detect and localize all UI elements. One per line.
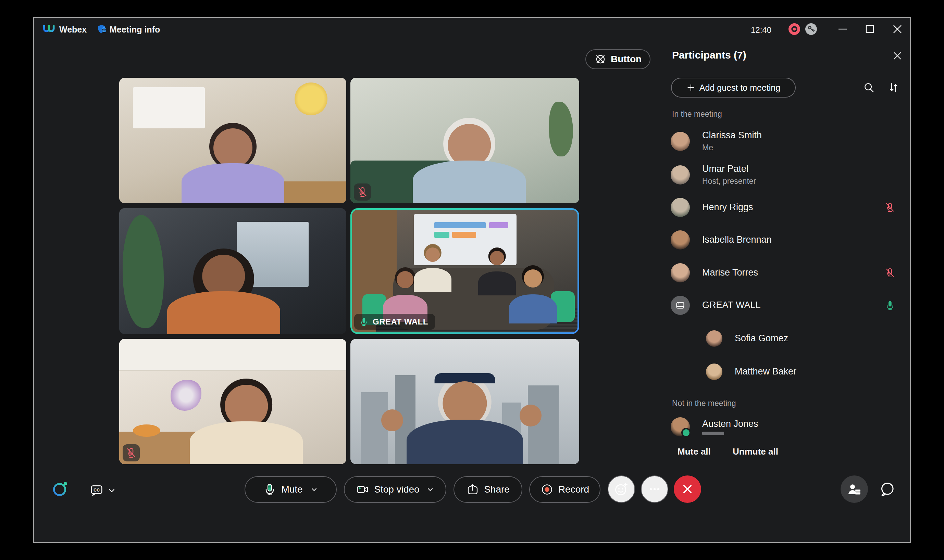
cc-chevron-down-icon[interactable] — [106, 485, 117, 495]
participant-row-austen[interactable]: Austen Jones — [671, 413, 912, 440]
screen-bar — [434, 222, 486, 228]
active-tile-label: GREAT WALL — [354, 314, 435, 330]
webex-meeting-window: Webex Meeting info 12:40 — [33, 17, 911, 543]
cc-text: CC — [94, 488, 100, 492]
torso — [413, 160, 526, 203]
stage-button[interactable]: Button — [585, 49, 651, 69]
pendant-lamp-decoration — [295, 83, 327, 115]
participant-row-henry[interactable]: Henry Riggs — [671, 191, 912, 223]
avatar — [671, 263, 690, 282]
close-panel-button[interactable] — [892, 50, 903, 62]
clipped-subtitle — [702, 432, 724, 435]
participant-row-isabella[interactable]: Isabella Brennan — [671, 223, 912, 256]
fruit-bowl-decoration — [133, 425, 160, 437]
mute-all-button[interactable]: Mute all — [677, 446, 711, 457]
video-tile-1[interactable] — [119, 78, 346, 203]
leave-meeting-button[interactable] — [674, 475, 701, 503]
mic-on-icon — [359, 317, 369, 326]
stop-video-label: Stop video — [374, 484, 419, 495]
minimize-button[interactable] — [833, 20, 852, 38]
participant-subtitle: Host, presenter — [702, 177, 756, 186]
mute-button[interactable]: Mute — [245, 476, 337, 503]
avatar — [706, 363, 722, 380]
video-tile-6[interactable] — [350, 339, 579, 464]
meeting-info-label[interactable]: Meeting info — [110, 25, 160, 35]
avatar — [671, 198, 690, 217]
webex-logo-icon — [42, 24, 56, 35]
add-guest-button[interactable]: Add guest to meeting — [671, 78, 796, 98]
desk-decoration — [278, 182, 346, 203]
torso — [167, 291, 280, 334]
person-silhouette — [190, 378, 303, 464]
participant-name: Clarissa Smith — [702, 130, 762, 141]
maximize-button[interactable] — [861, 20, 879, 38]
plus-icon — [686, 83, 695, 92]
participant-row-matthew[interactable]: Matthew Baker — [671, 355, 912, 388]
participant-name: Henry Riggs — [702, 202, 753, 212]
record-button[interactable]: Record — [529, 476, 600, 503]
more-options-button[interactable] — [641, 475, 668, 503]
webex-assistant-icon[interactable] — [52, 481, 68, 497]
participant-row-sofia[interactable]: Sofia Gomez — [671, 322, 912, 355]
app-title: Webex — [59, 25, 86, 35]
participant-subtitle: Me — [702, 143, 762, 152]
person-silhouette — [413, 118, 526, 203]
hand-decoration — [520, 405, 541, 426]
stop-video-button[interactable]: Stop video — [344, 476, 446, 503]
video-tile-5[interactable] — [119, 339, 346, 464]
camera-icon — [356, 483, 369, 496]
screen-bar — [452, 232, 476, 238]
plant-decoration — [549, 102, 573, 157]
device-avatar — [671, 296, 690, 315]
building-decoration — [361, 392, 388, 464]
share-button[interactable]: Share — [453, 476, 522, 503]
head — [443, 381, 487, 426]
torso — [190, 422, 303, 464]
recording-indicator-icon — [788, 23, 801, 35]
avatar — [671, 132, 690, 151]
avatar — [671, 230, 690, 249]
person-silhouette — [407, 375, 523, 464]
mute-label: Mute — [281, 484, 302, 495]
closed-captions-icon[interactable]: CC — [90, 483, 103, 497]
mic-on-icon — [884, 300, 895, 311]
torso — [182, 163, 284, 204]
search-participants-icon[interactable] — [863, 82, 875, 94]
participant-name: Austen Jones — [702, 418, 758, 429]
torso — [414, 268, 452, 292]
video-tile-3[interactable] — [119, 208, 346, 334]
tile-muted-badge — [123, 444, 140, 462]
stage-button-label: Button — [611, 54, 642, 65]
unmute-all-button[interactable]: Unmute all — [733, 446, 778, 457]
avatar — [671, 417, 690, 437]
chat-panel-button[interactable] — [879, 481, 896, 498]
tile-muted-badge — [354, 183, 371, 201]
record-label: Record — [558, 484, 589, 495]
close-window-button[interactable] — [888, 20, 907, 38]
video-tile-2[interactable] — [350, 78, 579, 203]
share-icon — [466, 483, 479, 496]
active-tile-name: GREAT WALL — [373, 317, 428, 326]
mini-person — [509, 265, 557, 323]
participants-panel-title: Participants (7) — [672, 49, 747, 61]
clock-time: 12:40 — [751, 25, 771, 35]
video-tile-great-wall[interactable]: GREAT WALL — [352, 210, 577, 332]
participants-panel-button[interactable] — [841, 475, 868, 503]
whiteboard-decoration — [133, 87, 205, 128]
reactions-button[interactable] — [608, 475, 635, 503]
bell-off-icon — [594, 53, 606, 65]
screen-bar — [434, 232, 449, 238]
avatar — [706, 330, 722, 347]
participant-row-umar[interactable]: Umar Patel Host, presenter — [671, 158, 912, 191]
mini-person — [414, 244, 452, 292]
participant-row-clarissa[interactable]: Clarissa Smith Me — [671, 125, 912, 157]
plant-decoration — [123, 215, 164, 328]
participant-row-great-wall[interactable]: GREAT WALL — [671, 289, 912, 322]
sort-participants-icon[interactable] — [887, 82, 900, 94]
share-label: Share — [484, 484, 510, 495]
meeting-info-shield-icon — [96, 24, 108, 35]
lock-key-indicator-icon — [805, 23, 818, 35]
head — [426, 248, 440, 262]
participant-row-marise[interactable]: Marise Torres — [671, 256, 912, 289]
record-icon — [540, 483, 554, 496]
